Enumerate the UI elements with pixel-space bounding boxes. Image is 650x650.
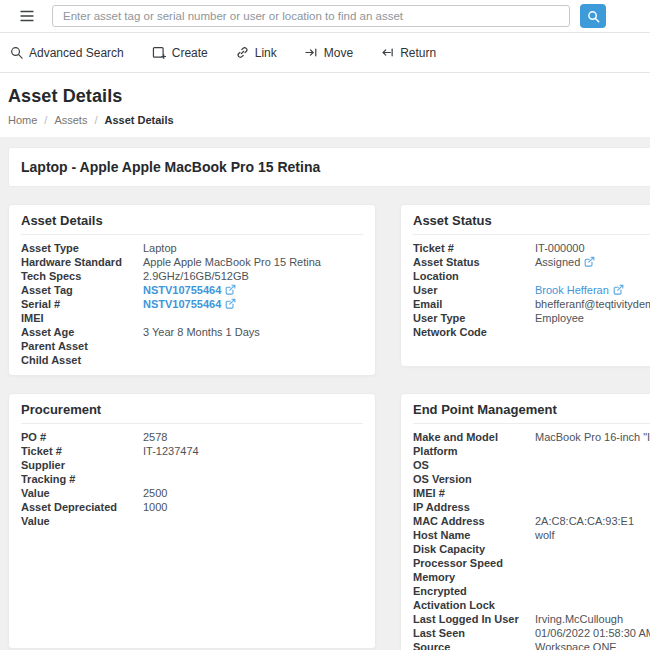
field-label: IMEI # — [413, 486, 535, 500]
external-link-icon[interactable] — [584, 256, 595, 267]
field-value-text: Apple Apple MacBook Pro 15 Retina — [143, 256, 321, 268]
return-button[interactable]: Return — [379, 42, 438, 64]
detail-row: Asset Depreciated Value 1000 — [21, 500, 363, 528]
detail-row: Processor Speed — [413, 556, 650, 570]
field-value-text: 01/06/2022 01:58:30 AM — [535, 627, 650, 639]
detail-row: Encrypted — [413, 584, 650, 598]
panel-procurement: Procurement PO # 2578 Ticket # IT-123 — [8, 393, 376, 649]
field-value-text: 2578 — [143, 431, 167, 443]
breadcrumb-assets[interactable]: Assets — [54, 114, 87, 126]
field-label: Asset Tag — [21, 283, 143, 297]
detail-row: PO # 2578 — [21, 430, 363, 444]
arrow-to-bar-left-icon — [381, 46, 394, 59]
panel-asset-status: Asset Status Ticket # IT-000000 Asset St… — [400, 204, 650, 367]
field-label: IMEI — [21, 311, 143, 325]
detail-row: Ticket # IT-000000 — [413, 241, 650, 255]
field-value-text[interactable]: NSTV10755464 — [143, 284, 221, 296]
field-value-text: wolf — [535, 529, 555, 541]
divider — [413, 423, 650, 424]
search-input[interactable] — [52, 5, 570, 27]
content-area: Laptop - Apple Apple MacBook Pro 15 Reti… — [0, 147, 650, 650]
breadcrumb-separator: / — [94, 114, 97, 126]
detail-row: MAC Address 2A:C8:CA:CA:93:E1 — [413, 514, 650, 528]
create-button[interactable]: Create — [150, 42, 210, 64]
field-label: Serial # — [21, 297, 143, 311]
field-value-text[interactable]: Brook Hefferan — [535, 284, 609, 296]
link-button[interactable]: Link — [234, 42, 279, 64]
detail-row: Make and Model MacBook Pro 16-inch "Inte… — [413, 430, 650, 444]
detail-row: Hardware Standard Apple Apple MacBook Pr… — [21, 255, 363, 269]
external-link-icon[interactable] — [225, 298, 236, 309]
field-value-text: 1000 — [143, 501, 167, 513]
field-label: Processor Speed — [413, 556, 535, 570]
panel-row-2: Procurement PO # 2578 Ticket # IT-123 — [8, 393, 650, 650]
page-header: Asset Details Home / Assets / Asset Deta… — [0, 73, 650, 137]
detail-row: Source Workspace ONE — [413, 640, 650, 650]
detail-row: Ticket # IT-1237474 — [21, 444, 363, 458]
detail-row: User Type Employee — [413, 311, 650, 325]
external-link-icon[interactable] — [613, 284, 624, 295]
field-value: IT-000000 — [535, 241, 585, 255]
field-label: Activation Lock — [413, 598, 535, 612]
detail-row: Host Name wolf — [413, 528, 650, 542]
detail-row: IMEI # — [413, 486, 650, 500]
field-value-text[interactable]: NSTV10755464 — [143, 298, 221, 310]
field-value: IT-1237474 — [143, 444, 199, 458]
field-label: Location — [413, 269, 535, 283]
breadcrumb-current: Asset Details — [104, 114, 173, 126]
field-value: NSTV10755464 — [143, 297, 236, 311]
breadcrumb: Home / Assets / Asset Details — [8, 114, 642, 126]
detail-row: Asset Status Assigned — [413, 255, 650, 269]
link-label: Link — [255, 46, 277, 60]
panel-title: Asset Status — [413, 212, 650, 229]
divider — [21, 423, 363, 424]
detail-row: Last Seen 01/06/2022 01:58:30 AM — [413, 626, 650, 640]
field-label: Last Seen — [413, 626, 535, 640]
detail-row: Supplier — [21, 458, 363, 472]
toolbar: Advanced Search Create Link Move Return — [0, 33, 650, 73]
field-label: Memory — [413, 570, 535, 584]
detail-row: Tech Specs 2.9GHz/16GB/512GB — [21, 269, 363, 283]
search-button[interactable] — [580, 4, 606, 28]
top-bar — [0, 0, 650, 33]
detail-row: OS Version — [413, 472, 650, 486]
detail-row: Activation Lock — [413, 598, 650, 612]
field-value: Irving.McCullough — [535, 612, 623, 626]
detail-row: Last Logged In User Irving.McCullough — [413, 612, 650, 626]
external-link-icon[interactable] — [225, 284, 236, 295]
hamburger-icon — [20, 10, 34, 22]
field-value-text: 2.9GHz/16GB/512GB — [143, 270, 249, 282]
menu-button[interactable] — [18, 8, 36, 24]
field-label: Asset Status — [413, 255, 535, 269]
field-value-text: Employee — [535, 312, 584, 324]
field-value-text: 2A:C8:CA:CA:93:E1 — [535, 515, 634, 527]
search-icon — [587, 10, 600, 23]
field-label: Disk Capacity — [413, 542, 535, 556]
panel-title: Asset Details — [21, 212, 363, 229]
create-square-icon — [152, 46, 166, 59]
detail-row: Memory — [413, 570, 650, 584]
panel-asset-details: Asset Details Asset Type Laptop Hardware… — [8, 204, 376, 376]
detail-row: OS — [413, 458, 650, 472]
field-value: Assigned — [535, 255, 595, 269]
field-label: Network Code — [413, 325, 535, 339]
field-value-text: Irving.McCullough — [535, 613, 623, 625]
advanced-search-button[interactable]: Advanced Search — [8, 42, 126, 64]
field-value-text: IT-1237474 — [143, 445, 199, 457]
detail-row: User Brook Hefferan — [413, 283, 650, 297]
field-label: Ticket # — [413, 241, 535, 255]
panel-rows: Make and Model MacBook Pro 16-inch "Inte… — [413, 430, 650, 650]
detail-row: Value 2500 — [21, 486, 363, 500]
breadcrumb-home[interactable]: Home — [8, 114, 37, 126]
panel-rows: Asset Type Laptop Hardware Standard Appl… — [21, 241, 363, 367]
breadcrumb-separator: / — [44, 114, 47, 126]
field-value: Employee — [535, 311, 584, 325]
field-label: Tracking # — [21, 472, 143, 486]
field-value: 3 Year 8 Months 1 Days — [143, 325, 260, 339]
field-value: 2A:C8:CA:CA:93:E1 — [535, 514, 634, 528]
detail-row: IMEI — [21, 311, 363, 325]
field-label: OS Version — [413, 472, 535, 486]
move-button[interactable]: Move — [303, 42, 355, 64]
field-value: 1000 — [143, 500, 167, 528]
arrow-to-bar-right-icon — [305, 46, 318, 59]
